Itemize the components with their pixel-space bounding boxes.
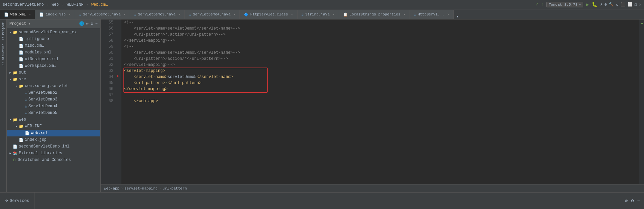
breadcrumb-url-pattern[interactable]: url-pattern [162, 186, 187, 191]
tree-label-gitignore: .gitignore [25, 37, 49, 41]
code-line-57: <url-pattern>*.action</url-pattern>--> [124, 32, 637, 38]
tree-item-gitignore[interactable]: 📄 .gitignore [7, 36, 100, 42]
tree-label-servletdemo2: ServletDemo2 [29, 90, 57, 95]
editor-area: 55 56 57 58 59 60 61 62 63 64 65 66 67 6… [101, 19, 644, 192]
tab-servletdemo3[interactable]: ☕ ServletDemo3.java ✕ [130, 10, 185, 19]
tree-item-modules-xml[interactable]: 📄 modules.xml [7, 49, 100, 56]
tomcat-dropdown-icon[interactable]: ▾ [579, 2, 581, 7]
tree-item-servletdemo2[interactable]: ☕ ServletDemo2 [7, 89, 100, 96]
code-line-58: </servlet-mapping>--> [124, 38, 637, 44]
breadcrumb-sep2: › [159, 186, 161, 191]
scope-icon[interactable]: 🌐 [79, 21, 84, 26]
tab-string-java-close[interactable]: ✕ [333, 12, 335, 16]
update-icon[interactable]: ↻ [616, 2, 618, 7]
code-line-63: <servlet-mapping> [124, 68, 637, 74]
xml-icon-web: 📄 [25, 131, 30, 135]
settings-icon[interactable]: ⚙ [91, 21, 93, 26]
close-title-icon[interactable]: ✕ [639, 2, 641, 7]
tab-index-jsp-label: index.jsp [46, 12, 65, 16]
tab-servletdemo5[interactable]: ☕ ServletDemo5.java ✕ [75, 10, 130, 19]
build-icon[interactable]: 🔨 [609, 2, 614, 7]
debug-button[interactable]: 🐛 [592, 2, 597, 7]
services-tab[interactable]: ⚙ Services [0, 193, 35, 209]
maximize-icon[interactable]: ⬜ [628, 2, 633, 7]
tree-item-scratches[interactable]: 🗒 Scratches and Consoles [7, 157, 100, 163]
code-container: 55 56 57 58 59 60 61 62 63 64 65 66 67 6… [101, 19, 644, 184]
tab-index-jsp[interactable]: 📄 index.jsp ✕ [35, 10, 75, 19]
collapse-all-icon[interactable]: ⇤ [86, 21, 89, 26]
tab-web-xml[interactable]: 📄 web.xml ✕ [0, 10, 35, 19]
tab-localstrings[interactable]: 📋 LocalStrings.properties ✕ [339, 10, 410, 19]
tab-servletdemo5-close[interactable]: ✕ [124, 12, 126, 16]
tree-item-webinf[interactable]: ▾ 📁 WEB-INF [7, 123, 100, 130]
tab-localstrings-close[interactable]: ✕ [404, 12, 406, 16]
title-web: web [52, 2, 59, 7]
xml-icon-misc: 📄 [19, 44, 23, 48]
folder-icon-out: 📁 [13, 71, 17, 75]
tree-item-servletdemo3[interactable]: ☕ ServletDemo3 [7, 96, 100, 103]
tree-item-servletdemo5[interactable]: ☕ ServletDemo5 [7, 110, 100, 116]
code-editor[interactable]: <!-- <servlet-name>servletDemo5</servlet… [121, 19, 639, 184]
coverage-icon[interactable]: ⚡ [600, 2, 602, 7]
panel-dropdown-icon[interactable]: ▾ [28, 22, 30, 26]
tree-item-workspace-xml[interactable]: 📄 workspace.xml [7, 62, 100, 69]
code-line-67 [124, 92, 637, 98]
sidebar-item-structure[interactable]: Z: Structure [1, 42, 6, 67]
folder-icon-com-xurong: 📁 [19, 84, 23, 88]
tab-string-java[interactable]: ☕ String.java ✕ [298, 10, 339, 19]
tab-index-jsp-close[interactable]: ✕ [69, 12, 71, 16]
sidebar-item-project[interactable]: 1: Project [1, 21, 6, 42]
settings-panel-icon[interactable]: ⚙ [631, 198, 634, 204]
tree-item-external-libs[interactable]: ▶ 📚 External Libraries [7, 150, 100, 157]
breadcrumb-webapp[interactable]: web-app [104, 186, 119, 191]
minimize-panel-icon[interactable]: − [637, 198, 640, 204]
tomcat-badge[interactable]: Tomcat 8.5.78 ▾ [546, 2, 583, 7]
title-bar: secondServletDemo › web › WEB-INF › web.… [0, 0, 644, 9]
minimize-panel-icon[interactable]: − [95, 21, 98, 26]
tab-overflow-icon[interactable]: ▾ [454, 14, 462, 19]
restore-icon[interactable]: ❐ [635, 2, 637, 7]
code-line-60: <servlet-name>servletDemo5</servlet-name… [124, 50, 637, 56]
code-line-66: </servlet-mapping> [124, 86, 637, 92]
tree-item-uidesigner-xml[interactable]: 📄 uiDesigner.xml [7, 56, 100, 62]
tab-servletdemo3-close[interactable]: ✕ [178, 12, 180, 16]
add-panel-icon[interactable]: ⊕ [625, 198, 628, 204]
code-line-56: <servlet-name>servletDemo5</servlet-name… [124, 26, 637, 32]
tree-item-root[interactable]: ▾ 📁 secondServletDemo_war_ex [7, 29, 100, 36]
tree-item-web-xml[interactable]: 📄 web.xml [7, 130, 100, 136]
code-line-65: <url-pattern>/</url-pattern> [124, 80, 637, 86]
stop-icon[interactable]: ⬛ [621, 2, 626, 7]
tree-label-servletdemo4: ServletDemo4 [29, 104, 57, 109]
profile-icon[interactable]: ⚙ [604, 2, 607, 7]
breadcrumb-servlet-mapping[interactable]: servlet-mapping [124, 186, 158, 191]
code-line-59: <!-- [124, 44, 637, 50]
tomcat-label: Tomcat 8.5.78 [549, 3, 578, 7]
panel-header: Project ▾ 🌐 ⇤ ⚙ − [7, 19, 100, 28]
tree-item-index-jsp[interactable]: 📄 index.jsp [7, 136, 100, 143]
main-area: 1: Project Z: Structure Project ▾ 🌐 ⇤ ⚙ … [0, 19, 644, 192]
tab-httpservl-close[interactable]: ✕ [447, 12, 449, 16]
tab-httpservl[interactable]: ☕ HttpServl... ✕ [410, 10, 454, 19]
tree-item-misc-xml[interactable]: 📄 misc.xml [7, 42, 100, 49]
java-file-icon-httpservl: ☕ [414, 12, 416, 17]
tree-item-web[interactable]: ▾ 📁 web [7, 116, 100, 123]
tab-httpservlet-class[interactable]: 🔷 HttpServlet.class ✕ [240, 10, 297, 19]
java-file-icon-5: ☕ [79, 12, 82, 17]
bottom-right-icons: ⊕ ⚙ − [625, 198, 644, 204]
tree-item-com-xurong[interactable]: ▾ 📁 com.xurong.servlet [7, 83, 100, 89]
services-label: Services [10, 199, 29, 203]
run-button[interactable]: ▶ [586, 2, 589, 7]
code-line-68: </web-app> [124, 98, 637, 104]
folder-icon-webinf: 📁 [19, 124, 23, 129]
tab-servletdemo4[interactable]: ☕ ServletDemo4.java ✕ [185, 10, 240, 19]
tree-label-web-xml: web.xml [31, 131, 48, 135]
project-panel: Project ▾ 🌐 ⇤ ⚙ − ▾ 📁 secondServletDemo_… [7, 19, 101, 192]
tree-item-out[interactable]: ▶ 📁 out [7, 69, 100, 76]
tree-item-iml[interactable]: 📄 secondServletDemo.iml [7, 143, 100, 150]
tab-servletdemo4-close[interactable]: ✕ [233, 12, 235, 16]
tab-web-xml-close[interactable]: ✕ [29, 12, 31, 16]
tree-label-iml: secondServletDemo.iml [19, 144, 69, 149]
tree-item-src[interactable]: ▾ 📁 src [7, 76, 100, 83]
tab-httpservlet-class-close[interactable]: ✕ [291, 12, 293, 16]
tree-item-servletdemo4[interactable]: ☕ ServletDemo4 [7, 103, 100, 110]
